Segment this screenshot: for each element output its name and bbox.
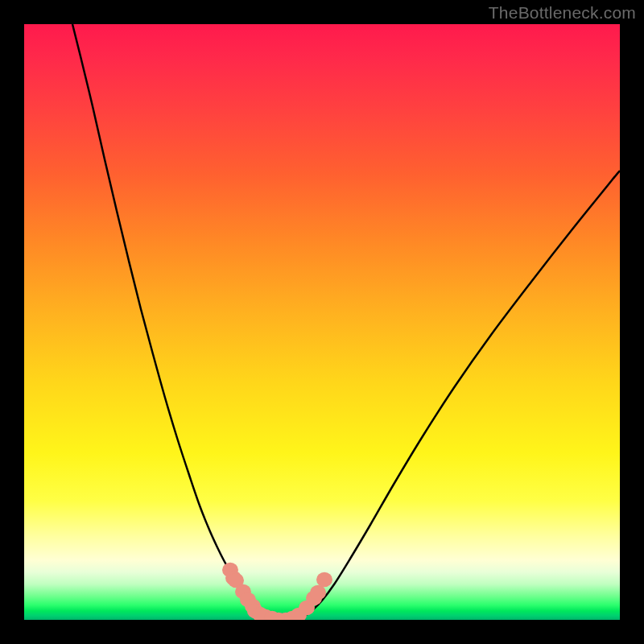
curve-marker <box>310 585 326 600</box>
plot-area <box>24 24 620 620</box>
bottleneck-curve <box>72 24 620 620</box>
curve-marker <box>316 572 332 587</box>
curve-markers <box>222 563 332 620</box>
curve-svg <box>24 24 620 620</box>
chart-container: TheBottleneck.com <box>0 0 644 644</box>
watermark-text: TheBottleneck.com <box>489 3 636 23</box>
